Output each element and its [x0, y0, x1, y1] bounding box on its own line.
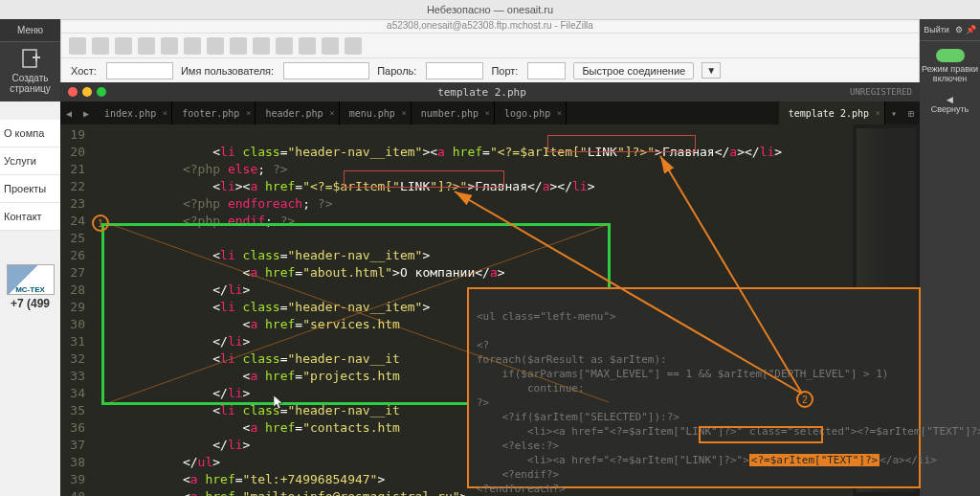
tab-history-back-icon[interactable]: ◀: [60, 101, 78, 124]
tab-number[interactable]: number.php×: [412, 101, 495, 124]
tab-index[interactable]: index.php×: [95, 101, 172, 124]
tab-history-fwd-icon[interactable]: ▶: [78, 101, 95, 124]
fz-tool-icon[interactable]: [299, 37, 316, 55]
close-icon[interactable]: [68, 87, 78, 97]
user-label: Имя пользователя:: [181, 65, 274, 77]
collapse-button[interactable]: ◀Свернуть: [920, 89, 980, 120]
sublime-tabs: ◀ ▶ index.php× footer.php× header.php× m…: [60, 101, 920, 124]
nav-item[interactable]: Проекты: [0, 175, 60, 203]
tab-logo[interactable]: logo.php×: [495, 101, 567, 124]
fz-tool-icon[interactable]: [207, 37, 224, 55]
user-input[interactable]: [283, 62, 369, 79]
tabs-dropdown-icon[interactable]: ▾: [885, 101, 902, 124]
site-logo-block: МС-ТЕХ +7 (499: [0, 264, 60, 310]
browser-title-bar: Небезопасно — onesait.ru: [0, 0, 980, 19]
tab-menu[interactable]: menu.php×: [340, 101, 412, 124]
nav-item[interactable]: О компа: [0, 120, 60, 147]
toggle-switch[interactable]: [936, 49, 965, 62]
close-tab-icon[interactable]: ×: [401, 108, 406, 118]
close-tab-icon[interactable]: ×: [329, 108, 334, 118]
fz-tool-icon[interactable]: [138, 37, 155, 55]
host-label: Хост:: [71, 65, 97, 77]
fz-tool-icon[interactable]: [322, 37, 339, 55]
filezilla-quickconnect: Хост: Имя пользователя: Пароль: Порт: Бы…: [61, 58, 919, 83]
logo-icon: МС-ТЕХ: [7, 264, 55, 295]
bitrix-left-panel: Меню Создать страницу: [0, 19, 60, 101]
fz-tool-icon[interactable]: [115, 37, 132, 55]
sublime-title-bar: template 2.php UNREGISTERED: [60, 82, 920, 101]
unregistered-label: UNREGISTERED: [850, 87, 920, 97]
maximize-icon[interactable]: [97, 87, 106, 97]
sublime-filename: template 2.php: [114, 86, 850, 99]
browser-warning: Небезопасно — onesait.ru: [427, 4, 553, 15]
create-page-button[interactable]: Создать страницу: [0, 42, 60, 100]
host-input[interactable]: [106, 62, 173, 79]
line-gutter: 1920212223242526272829303132333435363738…: [60, 124, 93, 496]
close-tab-icon[interactable]: ×: [876, 108, 880, 118]
filezilla-toolbar: [61, 34, 919, 58]
close-tab-icon[interactable]: ×: [557, 108, 562, 118]
fz-tool-icon[interactable]: [92, 37, 109, 55]
annotation-highlight: <?=$arItem["TEXT"]?>: [749, 454, 880, 466]
menu-header[interactable]: Меню: [0, 19, 60, 42]
phone-label: +7 (499: [0, 297, 60, 310]
port-input[interactable]: [527, 62, 566, 79]
annotation-overlay-panel: <ul class="left-menu"> <? foreach($arRes…: [467, 287, 921, 488]
fz-tool-icon[interactable]: [69, 37, 86, 55]
fz-tool-icon[interactable]: [253, 37, 270, 55]
dropdown-icon[interactable]: ▼: [702, 62, 721, 79]
nav-item[interactable]: Услуги: [0, 147, 60, 175]
add-page-icon: [19, 48, 42, 71]
fz-tool-icon[interactable]: [276, 37, 293, 55]
fz-tool-icon[interactable]: [230, 37, 247, 55]
tab-template2[interactable]: template 2.php×: [779, 101, 885, 124]
pass-input[interactable]: [426, 62, 483, 79]
fz-tool-icon[interactable]: [161, 37, 178, 55]
close-tab-icon[interactable]: ×: [246, 108, 251, 118]
tab-header[interactable]: header.php×: [256, 101, 339, 124]
logout-button[interactable]: Выйти ⚙ 📌: [920, 19, 980, 41]
fz-tool-icon[interactable]: [345, 37, 362, 55]
close-tab-icon[interactable]: ×: [163, 108, 167, 118]
site-nav: О компа Услуги Проекты Контакт: [0, 120, 60, 231]
pass-label: Пароль:: [377, 65, 416, 77]
minimize-icon[interactable]: [82, 87, 92, 97]
split-view-icon[interactable]: ⊞: [902, 101, 920, 124]
tab-footer[interactable]: footer.php×: [172, 101, 256, 124]
nav-item[interactable]: Контакт: [0, 203, 60, 231]
edit-mode-toggle[interactable]: Режим правки включен: [920, 41, 980, 89]
fz-tool-icon[interactable]: [184, 37, 201, 55]
close-tab-icon[interactable]: ×: [485, 108, 490, 118]
window-controls: [60, 87, 114, 97]
port-label: Порт:: [491, 65, 518, 77]
filezilla-title: a52308,onesait@a52308.ftp.mchost.ru - Fi…: [61, 20, 919, 34]
quickconnect-button[interactable]: Быстрое соединение: [573, 62, 694, 79]
